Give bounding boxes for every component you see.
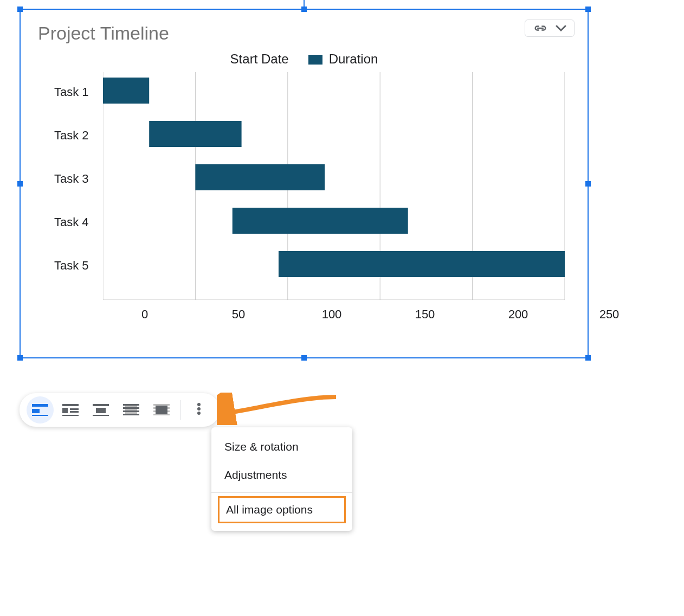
svg-rect-21 [96,408,106,413]
chart-selection-frame[interactable]: Project Timeline Start Date Duration Tas… [20,9,589,358]
svg-point-34 [197,407,201,410]
svg-rect-7 [103,78,149,104]
svg-rect-17 [70,408,79,410]
svg-rect-10 [233,208,408,234]
svg-rect-24 [123,404,139,406]
more-vert-icon [197,402,201,418]
menu-adjustments[interactable]: Adjustments [211,461,352,489]
svg-point-33 [197,403,201,406]
x-tick: 0 [134,307,156,322]
behind-text-button[interactable] [118,396,145,424]
svg-rect-28 [153,404,170,406]
toolbar-divider [180,400,180,420]
svg-rect-8 [149,121,241,147]
image-toolbar [20,393,220,427]
svg-rect-13 [32,409,40,413]
linked-chart-options[interactable] [525,20,575,37]
y-tick: Task 2 [54,129,89,143]
chevron-down-icon [556,24,566,32]
in-front-text-button[interactable] [148,396,175,424]
svg-rect-11 [279,251,565,277]
image-options-menu: Size & rotation Adjustments All image op… [211,427,352,531]
svg-rect-18 [70,411,79,413]
break-text-button[interactable] [87,396,114,424]
x-tick: 50 [228,307,249,322]
wrap-text-button[interactable] [57,396,84,424]
svg-rect-9 [195,164,325,190]
legend-start: Start Date [230,52,289,67]
x-tick: 150 [414,307,436,322]
svg-rect-25 [123,407,139,409]
menu-size-rotation[interactable]: Size & rotation [211,433,352,461]
x-tick: 250 [598,307,620,322]
svg-rect-23 [125,406,137,414]
menu-all-image-options[interactable]: All image options [218,496,346,523]
svg-rect-32 [156,406,167,414]
x-tick: 100 [321,307,343,322]
chart-plot: Task 1 Task 2 Task 3 Task 4 Task 5 [38,72,570,322]
svg-rect-19 [62,415,79,416]
legend-duration: Duration [308,52,378,67]
annotation-arrow [217,393,341,425]
more-options-button[interactable] [185,396,212,424]
y-tick: Task 3 [54,172,89,186]
svg-rect-26 [123,410,139,412]
chart-body: Project Timeline Start Date Duration Tas… [21,10,588,357]
x-tick: 200 [507,307,529,322]
svg-rect-20 [93,404,109,406]
chart-title: Project Timeline [38,23,570,44]
svg-rect-12 [32,404,48,407]
chart-legend: Start Date Duration [38,52,570,67]
y-tick: Task 1 [54,85,89,99]
link-icon [533,23,548,33]
y-tick: Task 4 [54,215,89,229]
wrap-inline-button[interactable] [27,396,54,424]
menu-divider [211,492,352,493]
svg-rect-27 [123,414,139,415]
svg-rect-15 [62,404,79,406]
y-tick: Task 5 [54,259,89,273]
svg-rect-14 [32,415,48,416]
svg-point-35 [197,412,201,415]
svg-rect-22 [93,415,109,416]
svg-rect-16 [62,408,68,413]
